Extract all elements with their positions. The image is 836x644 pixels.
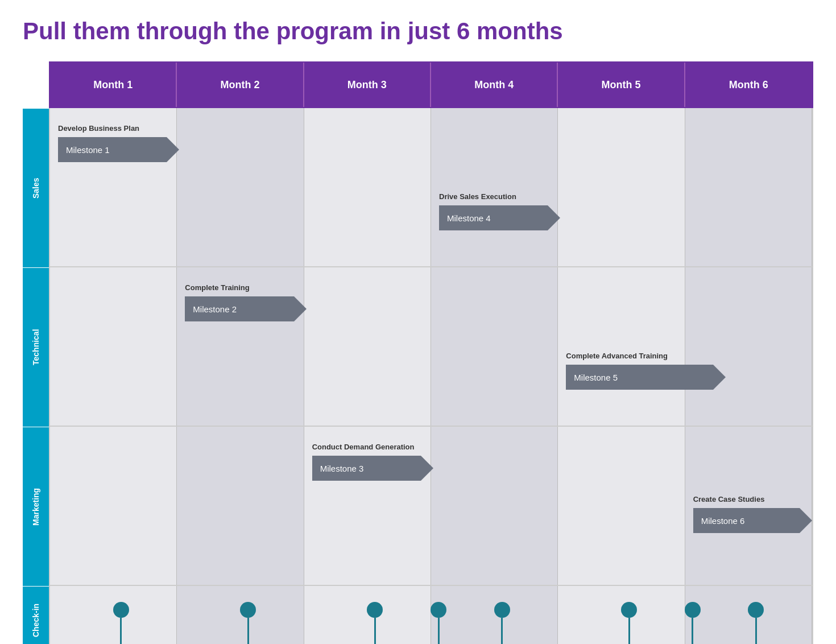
pin-stem-3 (374, 618, 376, 644)
milestone-3-arrow: Milestone 3 (312, 456, 433, 481)
milestone-5-label: Milestone 5 (566, 365, 713, 390)
milestone-5-title: Complete Advanced Training (566, 352, 725, 360)
pin-circle-1 (113, 602, 129, 618)
milestone-6-label: Milestone 6 (693, 508, 800, 533)
sales-cell-5 (558, 108, 685, 266)
pin-circle-7 (685, 602, 701, 618)
milestone-5-container: Complete Advanced Training Milestone 5 (566, 352, 725, 390)
pin-circle-2 (240, 602, 256, 618)
checkin-row (49, 586, 813, 644)
milestone-4-label: Milestone 4 (439, 205, 548, 230)
pin-stem-4 (438, 618, 440, 644)
pin-stem-5 (501, 618, 503, 644)
sales-cell-3 (304, 108, 431, 266)
milestone-1-container: Develop Business Plan Milestone 1 (58, 124, 179, 162)
milestone-1-title: Develop Business Plan (58, 124, 179, 133)
sales-cell-6 (685, 108, 812, 266)
pin-stem-6 (628, 618, 630, 644)
pin-3 (367, 602, 383, 644)
milestone-6-title: Create Case Studies (693, 495, 805, 503)
header-month-5: Month 5 (558, 63, 685, 107)
grid-main: Month 1 Month 2 Month 3 Month 4 Month 5 … (49, 61, 813, 644)
technical-row: Complete Training Milestone 2 Complete A… (49, 267, 813, 427)
pin-circle-3 (367, 602, 383, 618)
header-month-4: Month 4 (431, 63, 558, 107)
row-label-sales: Sales (23, 108, 49, 267)
pin-5 (494, 602, 510, 644)
tech-cell-4 (431, 267, 558, 426)
header-month-6: Month 6 (685, 63, 812, 107)
tech-cell-1 (50, 267, 177, 426)
header-month-2: Month 2 (177, 63, 304, 107)
mkt-cell-5 (558, 427, 685, 585)
header-month-3: Month 3 (304, 63, 431, 107)
pin-6 (621, 602, 637, 644)
milestone-2-title: Complete Training (185, 283, 306, 292)
milestone-6-arrow: Milestone 6 (693, 508, 805, 533)
row-labels: Sales Technical Marketing Check-in (23, 61, 49, 644)
pin-7 (685, 602, 701, 644)
sales-cell-2 (177, 108, 304, 266)
milestone-1-label: Milestone 1 (58, 137, 167, 162)
main-title: Pull them through the program in just 6 … (23, 17, 813, 46)
header-month-1: Month 1 (50, 63, 177, 107)
row-label-checkin: Check-in (23, 586, 49, 644)
label-spacer (23, 61, 49, 108)
milestone-2-label: Milestone 2 (185, 296, 293, 321)
mkt-cell-1 (50, 427, 177, 585)
pin-4 (431, 602, 446, 644)
pin-circle-6 (621, 602, 637, 618)
header-row: Month 1 Month 2 Month 3 Month 4 Month 5 … (49, 61, 813, 108)
milestone-6-container: Create Case Studies Milestone 6 (693, 495, 805, 533)
row-label-marketing: Marketing (23, 427, 49, 586)
tech-cell-5 (558, 267, 685, 426)
pin-circle-8 (748, 602, 764, 618)
mkt-cell-2 (177, 427, 304, 585)
milestone-4-title: Drive Sales Execution (439, 192, 560, 201)
pin-stem-7 (692, 618, 693, 644)
sales-row: Develop Business Plan Milestone 1 Drive … (49, 108, 813, 267)
pin-stem-2 (247, 618, 249, 644)
milestone-4-container: Drive Sales Execution Milestone 4 (439, 192, 560, 230)
tech-cell-3 (304, 267, 431, 426)
pin-2 (240, 602, 256, 644)
page: Pull them through the program in just 6 … (0, 0, 836, 644)
milestone-3-label: Milestone 3 (312, 456, 421, 481)
milestone-3-title: Conduct Demand Generation (312, 443, 433, 451)
grid-container: Sales Technical Marketing Check-in Month… (23, 61, 813, 644)
tech-cell-6 (685, 267, 812, 426)
milestone-4-arrow: Milestone 4 (439, 205, 560, 230)
pin-stem-8 (755, 618, 757, 644)
marketing-row: Conduct Demand Generation Milestone 3 Cr… (49, 427, 813, 586)
milestone-3-container: Conduct Demand Generation Milestone 3 (312, 443, 433, 481)
pin-1 (113, 602, 129, 644)
sales-cell-4 (431, 108, 558, 266)
pin-circle-5 (494, 602, 510, 618)
milestone-2-container: Complete Training Milestone 2 (185, 283, 306, 321)
row-label-technical: Technical (23, 267, 49, 427)
pin-stem-1 (120, 618, 122, 644)
pin-8 (748, 602, 764, 644)
milestone-1-arrow: Milestone 1 (58, 137, 179, 162)
mkt-cell-4 (431, 427, 558, 585)
milestone-2-arrow: Milestone 2 (185, 296, 306, 321)
pin-circle-4 (431, 602, 446, 618)
milestone-5-arrow: Milestone 5 (566, 365, 725, 390)
